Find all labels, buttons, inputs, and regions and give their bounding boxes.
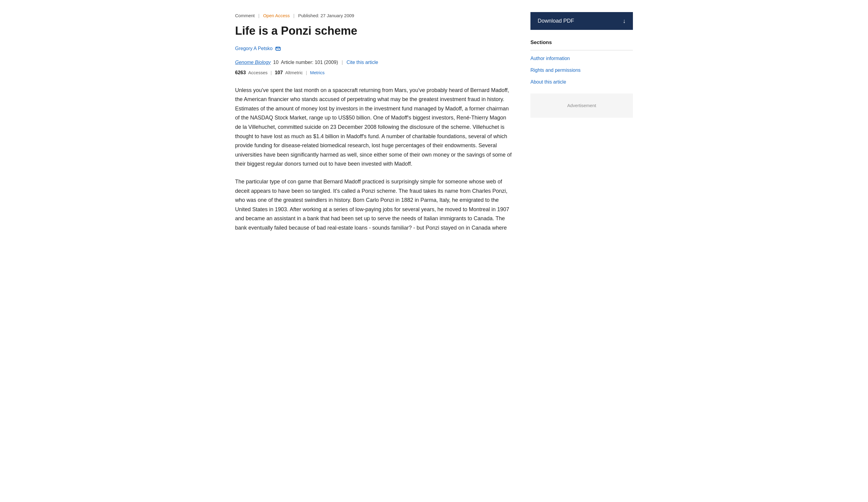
article-title: Life is a Ponzi scheme xyxy=(235,24,513,38)
cite-this-article-link[interactable]: Cite this article xyxy=(347,59,378,66)
journal-volume: 10 xyxy=(273,59,278,66)
journal-article-number: Article number: 101 (2009) xyxy=(281,59,338,66)
download-pdf-button[interactable]: Download PDF ↓ xyxy=(530,12,633,30)
metrics-sep-1: | xyxy=(271,69,272,76)
accesses-label: Accesses xyxy=(248,69,268,76)
download-icon: ↓ xyxy=(623,18,626,24)
article-type: Comment xyxy=(235,12,255,19)
advertisement-label: Advertisement xyxy=(567,102,596,109)
journal-sep: | xyxy=(342,59,343,66)
list-item: Author information xyxy=(530,54,633,63)
list-item: About this article xyxy=(530,78,633,86)
open-access-badge: Open Access xyxy=(263,12,290,19)
altmetric-label: Altmetric xyxy=(285,69,302,76)
main-content: Comment | Open Access | Published: 27 Ja… xyxy=(235,12,513,241)
separator-2: | xyxy=(293,12,294,19)
sections-title: Sections xyxy=(530,38,633,50)
altmetric-count: 107 xyxy=(275,69,283,77)
journal-line: Genome Biology 10 Article number: 101 (2… xyxy=(235,59,513,66)
metrics-line: 6263 Accesses | 107 Altmetric | Metrics xyxy=(235,69,513,77)
metrics-sep-2: | xyxy=(306,69,307,76)
sections-panel: Sections Author information Rights and p… xyxy=(530,38,633,86)
download-pdf-label: Download PDF xyxy=(538,18,574,24)
advertisement-panel: Advertisement xyxy=(530,93,633,118)
separator-1: | xyxy=(258,12,259,19)
author-information-link[interactable]: Author information xyxy=(530,56,570,61)
email-icon xyxy=(276,47,280,50)
list-item: Rights and permissions xyxy=(530,66,633,74)
author-line: Gregory A Petsko xyxy=(235,44,513,53)
article-paragraph-2: The particular type of con game that Ber… xyxy=(235,177,513,233)
published-date: Published: 27 January 2009 xyxy=(298,12,354,19)
page-container: Comment | Open Access | Published: 27 Ja… xyxy=(217,0,651,253)
sidebar: Download PDF ↓ Sections Author informati… xyxy=(530,12,633,241)
about-this-article-link[interactable]: About this article xyxy=(530,79,566,84)
sections-list: Author information Rights and permission… xyxy=(530,54,633,86)
metrics-link[interactable]: Metrics xyxy=(310,69,324,76)
journal-name-link[interactable]: Genome Biology xyxy=(235,59,271,66)
author-link[interactable]: Gregory A Petsko xyxy=(235,46,273,51)
article-meta: Comment | Open Access | Published: 27 Ja… xyxy=(235,12,513,19)
article-body: Unless you've spent the last month on a … xyxy=(235,86,513,233)
article-paragraph-1: Unless you've spent the last month on a … xyxy=(235,86,513,169)
rights-and-permissions-link[interactable]: Rights and permissions xyxy=(530,68,580,73)
accesses-count: 6263 xyxy=(235,69,246,77)
